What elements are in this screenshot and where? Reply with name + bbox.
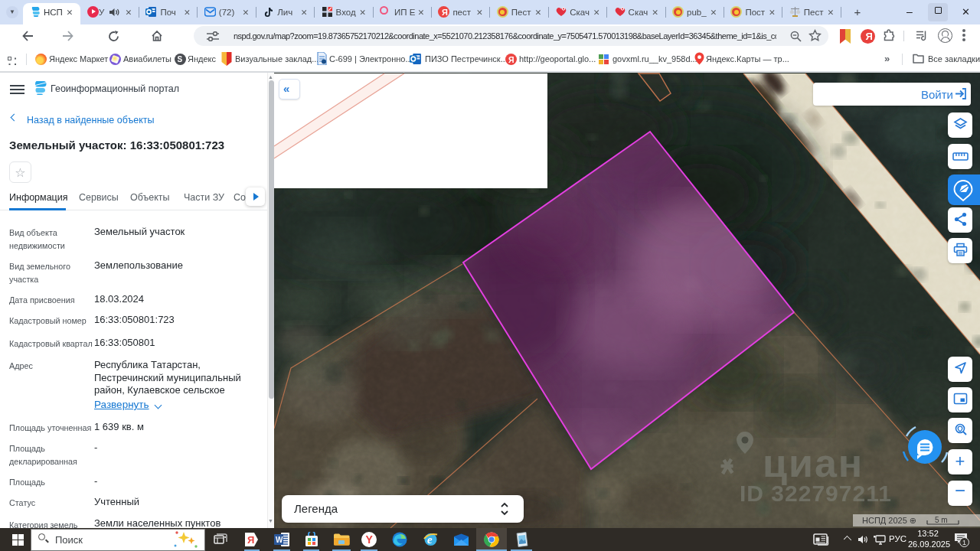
svg-text:5 m: 5 m	[935, 516, 948, 524]
svg-text:Я: Я	[247, 534, 254, 546]
svg-text:ID 322797211: ID 322797211	[740, 481, 892, 506]
svg-text:W: W	[276, 536, 283, 544]
svg-text:циан: циан	[763, 441, 864, 485]
svg-text:НСПД 2025 ⊕: НСПД 2025 ⊕	[862, 516, 916, 525]
